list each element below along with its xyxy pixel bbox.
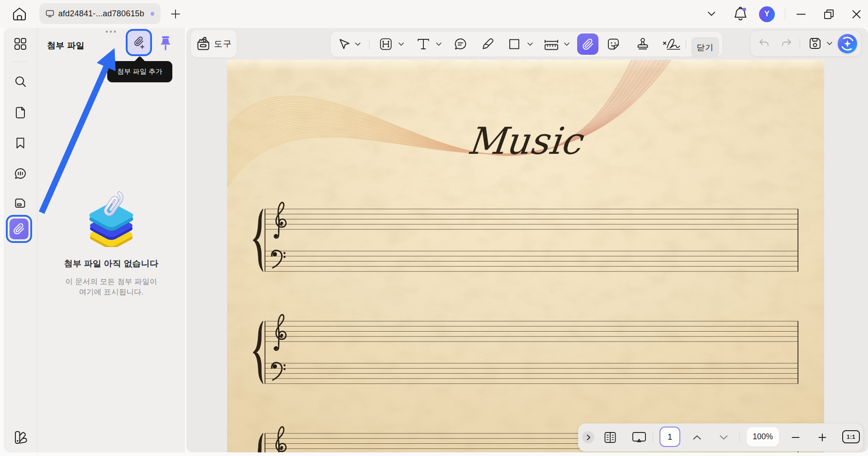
sidebar-rail xyxy=(4,28,37,452)
sidebar: 첨부 파일 첨부 파일 추가 xyxy=(4,28,185,452)
rail-separator xyxy=(13,62,27,62)
monitor-icon xyxy=(46,10,54,18)
close-button[interactable] xyxy=(851,9,862,19)
toolbar-divider xyxy=(800,38,800,48)
shape-tool[interactable] xyxy=(508,32,520,57)
toolbar-divider xyxy=(369,39,370,49)
new-tab-button[interactable] xyxy=(170,9,181,19)
title-bar: afd24841-...ad780615b Y xyxy=(0,0,868,28)
undo-icon[interactable] xyxy=(758,31,770,56)
file-actions-toolbar xyxy=(750,30,861,57)
collapse-toolbar-icon[interactable] xyxy=(707,11,716,17)
page-number-input[interactable]: 1 xyxy=(659,427,680,447)
statusbar-divider xyxy=(740,433,740,442)
attachments-empty-illustration xyxy=(83,186,140,247)
tools-label: 도구 xyxy=(214,38,232,50)
heading-tool[interactable] xyxy=(379,32,392,57)
comments-icon[interactable] xyxy=(14,167,27,180)
minimize-button[interactable] xyxy=(796,9,806,19)
previous-page-icon[interactable] xyxy=(693,423,702,451)
attachments-panel: 첨부 파일 첨부 파일 추가 xyxy=(38,28,185,452)
statusbar-divider xyxy=(653,433,653,442)
next-page-icon[interactable] xyxy=(719,423,728,451)
sheet-music-page: Music xyxy=(227,60,824,452)
empty-state-title: 첨부 파일 아직 없습니다 xyxy=(38,258,185,270)
tooltip-tail xyxy=(134,56,145,62)
status-bar: 1 100% 1:1 xyxy=(578,423,863,451)
text-tool[interactable] xyxy=(417,32,430,57)
select-tool-dropdown[interactable] xyxy=(355,32,361,57)
document-tab[interactable]: afd24841-...ad780615b xyxy=(39,3,161,24)
shape-tool-dropdown[interactable] xyxy=(527,32,533,57)
empty-state-description: 이 문서의 모든 첨부 파일이 여기에 표시됩니다. xyxy=(38,276,185,297)
attachment-icon xyxy=(13,223,25,235)
avatar[interactable]: Y xyxy=(759,6,775,22)
panel-title: 첨부 파일 xyxy=(47,40,85,52)
titlebar-right: Y xyxy=(707,0,868,28)
add-attachment-button[interactable] xyxy=(126,29,152,56)
titlebar-divider xyxy=(785,9,785,19)
select-tool[interactable] xyxy=(337,32,350,57)
comment-tool[interactable] xyxy=(454,32,467,57)
add-attachment-tooltip: 첨부 파일 추가 xyxy=(107,61,172,82)
panel-more-menu[interactable] xyxy=(105,29,117,34)
add-attachment-icon xyxy=(132,36,146,49)
document-page[interactable]: Music xyxy=(227,60,824,452)
sticker-tool[interactable] xyxy=(607,32,620,57)
attachment-tool-active[interactable] xyxy=(577,33,598,55)
pages-icon[interactable] xyxy=(14,106,27,119)
signature-tool[interactable] xyxy=(662,32,681,57)
sidebar-item-attachments[interactable] xyxy=(6,215,32,243)
chevron-right-icon xyxy=(586,434,591,441)
tools-menu-button[interactable]: 도구 xyxy=(191,30,237,57)
tab-title: afd24841-...ad780615b xyxy=(58,9,144,19)
empty-state: 첨부 파일 아직 없습니다 이 문서의 모든 첨부 파일이 여기에 표시됩니다. xyxy=(38,186,185,297)
save-icon[interactable] xyxy=(808,31,822,56)
zoom-in-icon[interactable] xyxy=(818,423,827,451)
document-title: Music xyxy=(466,119,586,162)
annotation-toolbar: 닫기 xyxy=(331,32,722,57)
reading-view-icon[interactable] xyxy=(603,423,617,451)
presentation-icon[interactable] xyxy=(631,423,647,451)
stamp-tool[interactable] xyxy=(636,32,650,57)
snapshot-icon[interactable] xyxy=(14,196,27,210)
toolbox-icon xyxy=(197,37,210,51)
pin-panel-icon[interactable] xyxy=(158,35,173,52)
toolbar-divider xyxy=(686,39,686,49)
ai-assistant-icon xyxy=(838,34,857,53)
attachment-tool-icon xyxy=(582,38,594,50)
swatches-icon[interactable] xyxy=(14,430,28,445)
measure-tool-dropdown[interactable] xyxy=(564,32,570,57)
save-dropdown[interactable] xyxy=(826,31,833,56)
redo-icon[interactable] xyxy=(780,31,793,56)
heading-tool-dropdown[interactable] xyxy=(398,32,404,57)
pen-tool[interactable] xyxy=(481,32,494,57)
measure-tool[interactable] xyxy=(544,32,559,57)
unsaved-dot xyxy=(151,12,154,16)
notifications-bell-icon[interactable] xyxy=(733,6,748,22)
document-canvas: Music 도구 xyxy=(186,28,868,452)
notification-dot xyxy=(743,8,746,11)
text-tool-dropdown[interactable] xyxy=(436,32,442,57)
zoom-out-icon[interactable] xyxy=(791,423,800,451)
restore-button[interactable] xyxy=(824,9,834,19)
apps-grid-icon[interactable] xyxy=(14,37,27,51)
home-icon[interactable] xyxy=(12,7,27,21)
ai-assistant-button[interactable] xyxy=(838,34,857,53)
expand-statusbar-button[interactable] xyxy=(582,431,594,443)
zoom-level[interactable]: 100% xyxy=(747,427,779,446)
bookmarks-icon[interactable] xyxy=(14,136,27,150)
actual-size-button[interactable]: 1:1 xyxy=(842,430,860,443)
search-icon[interactable] xyxy=(14,75,27,88)
close-toolbar-button[interactable]: 닫기 xyxy=(691,37,719,57)
